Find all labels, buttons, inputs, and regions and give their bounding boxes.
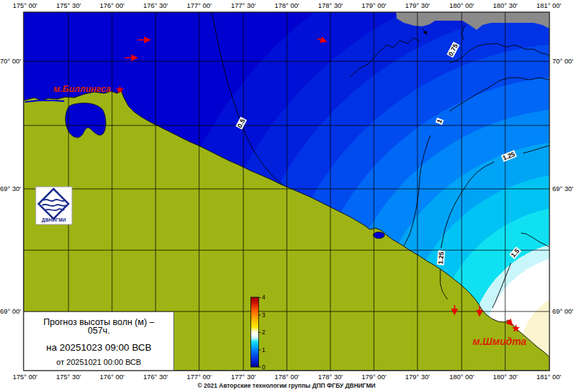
colorbar-tick: 1 [262, 346, 265, 354]
axis-label-bottom: 177° 30' [222, 373, 265, 381]
axis-label-left: 69° 30' [0, 185, 21, 192]
axis-label-bottom: 178° 00' [265, 373, 308, 381]
axis-label-bottom: 180° 30' [484, 373, 527, 381]
forecast-valid-time: на 20251023 09:00 ВСВ [24, 342, 173, 353]
axis-label-bottom: 175° 00' [4, 373, 46, 381]
axis-label-top: 178° 00' [265, 1, 308, 9]
colorbar-tick: 4 [262, 294, 265, 301]
axis-label-right: 69° 30' [552, 185, 573, 192]
dvnigmi-logo-label: ДВНИГМИ [36, 217, 72, 222]
small-lagoon [373, 232, 385, 239]
cape-shmidta-label: м.Шмидта [464, 336, 535, 347]
copyright-line: © 2021 Авторские технологии группы ДПП Ф… [24, 382, 549, 389]
axis-label-bottom: 180° 00' [440, 373, 483, 381]
axis-label-bottom: 176° 30' [134, 373, 177, 381]
axis-label-left: 70° 00' [0, 57, 21, 65]
axis-label-top: 175° 00' [4, 1, 46, 9]
axis-label-top: 178° 30' [309, 1, 352, 9]
axis-label-right: 69° 00' [552, 307, 573, 315]
axis-label-top: 177° 00' [178, 1, 220, 9]
axis-label-right: 70° 00' [552, 57, 573, 65]
axis-label-bottom: 175° 30' [47, 373, 90, 381]
forecast-title-line2: 057ч. [24, 326, 173, 336]
axis-label-bottom: 181° 00' [527, 373, 570, 381]
axis-label-bottom: 176° 00' [91, 373, 133, 381]
forecast-base-time: от 20251021 00:00 ВСВ [24, 358, 173, 366]
axis-label-top: 180° 30' [484, 1, 527, 9]
axis-label-top: 180° 00' [440, 1, 483, 9]
colorbar-tick: 2 [262, 329, 265, 336]
axis-label-top: 176° 00' [91, 1, 133, 9]
cape-billings-label: м.Биллингса [50, 84, 114, 94]
axis-label-bottom: 179° 30' [396, 373, 439, 381]
axis-label-bottom: 178° 30' [309, 373, 352, 381]
axis-label-top: 175° 30' [47, 1, 90, 9]
contour-label: 1.25 [437, 251, 445, 265]
wave-forecast-map-page: 175° 00' 175° 30' 176° 00' 176° 30' 177°… [0, 0, 578, 392]
axis-label-bottom: 177° 00' [178, 373, 220, 381]
colorbar-tick: 0 [262, 363, 265, 371]
forecast-title-box: Прогноз высоты волн (м) – 057ч. на 20251… [24, 311, 174, 371]
axis-label-top: 179° 30' [396, 1, 439, 9]
axis-label-top: 177° 30' [222, 1, 265, 9]
axis-label-bottom: 179° 00' [353, 373, 395, 381]
axis-label-top: 181° 00' [527, 1, 570, 9]
colorbar-tick: 3 [262, 311, 265, 319]
axis-label-top: 179° 00' [353, 1, 395, 9]
axis-label-top: 176° 30' [134, 1, 177, 9]
axis-label-left: 69° 00' [0, 307, 21, 315]
